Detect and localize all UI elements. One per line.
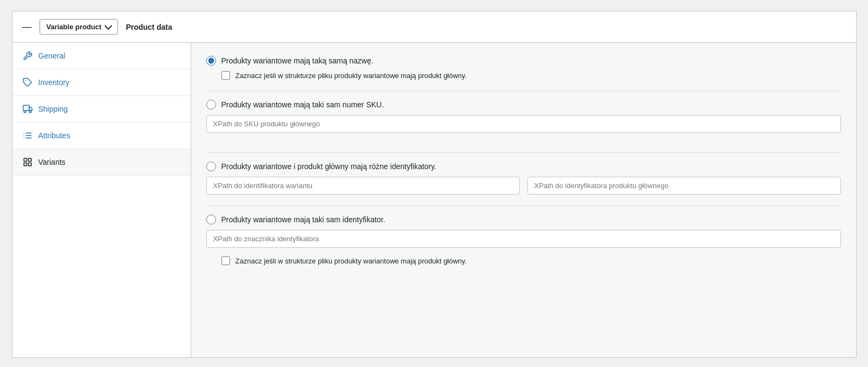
list-icon (22, 130, 33, 141)
checkbox-row-same-name: Zaznacz jeśli w strukturze pliku produkt… (221, 71, 841, 80)
chevron-down-icon (105, 22, 112, 29)
radio-row-same-sku: Produkty wariantowe mają taki sam numer … (206, 100, 841, 110)
sidebar-item-general[interactable]: General (12, 43, 191, 69)
radio-same-name[interactable] (206, 56, 216, 66)
input-sku-xpath[interactable] (206, 115, 841, 133)
svg-rect-13 (24, 163, 27, 166)
svg-rect-11 (28, 158, 31, 161)
input-id-marker-xpath[interactable] (206, 230, 841, 248)
input-variant-id-xpath[interactable] (206, 177, 520, 195)
section-same-sku: Produkty wariantowe mają taki sam numer … (206, 100, 841, 141)
divider-2 (206, 152, 841, 153)
divider-3 (206, 205, 841, 206)
svg-point-3 (29, 111, 31, 113)
product-data-panel: — Variable product Product data General (12, 11, 857, 358)
sidebar-inventory-label: Inventory (38, 78, 70, 87)
sidebar-item-variants[interactable]: Variants (12, 149, 191, 176)
input-row-diff-id (206, 177, 841, 195)
product-type-select[interactable]: Variable product (40, 19, 119, 35)
svg-point-2 (24, 111, 26, 113)
checkbox-row-same-id: Zaznacz jeśli w strukturze pliku produkt… (221, 256, 841, 265)
radio-diff-id-label: Produkty wariantowe i produkt główny maj… (221, 162, 436, 171)
input-parent-id-xpath[interactable] (527, 177, 841, 195)
radio-row-same-id: Produkty wariantowe mają taki sam identy… (206, 215, 841, 224)
section-diff-id: Produkty wariantowe i produkt główny maj… (206, 162, 841, 195)
panel-dash: — (22, 21, 32, 33)
sidebar: General Inventory (12, 43, 191, 357)
panel-body: General Inventory (12, 43, 856, 357)
sidebar-item-inventory[interactable]: Inventory (12, 69, 191, 96)
radio-diff-id[interactable] (206, 162, 216, 171)
radio-row-diff-id: Produkty wariantowe i produkt główny maj… (206, 162, 841, 171)
sidebar-variants-label: Variants (38, 158, 66, 166)
radio-same-sku[interactable] (206, 100, 216, 110)
svg-rect-10 (24, 158, 27, 161)
radio-row-same-name: Produkty wariantowe mają taką samą nazwę… (206, 56, 841, 66)
sidebar-attributes-label: Attributes (38, 131, 70, 140)
product-type-label: Variable product (47, 23, 102, 31)
panel-header: — Variable product Product data (12, 11, 856, 43)
sidebar-item-attributes[interactable]: Attributes (12, 123, 191, 149)
section-same-id: Produkty wariantowe mają taki sam identy… (206, 215, 841, 265)
radio-same-id[interactable] (206, 215, 216, 224)
wrench-icon (22, 50, 33, 61)
divider-1 (206, 91, 841, 91)
checkbox-same-id-label: Zaznacz jeśli w strukturze pliku produkt… (236, 257, 467, 265)
main-content: Produkty wariantowe mają taką samą nazwę… (191, 43, 856, 357)
grid-icon (22, 157, 33, 168)
tag-icon (22, 77, 33, 88)
section-same-name: Produkty wariantowe mają taką samą nazwę… (206, 56, 841, 80)
radio-same-id-label: Produkty wariantowe mają taki sam identy… (221, 215, 386, 224)
checkbox-same-name-label: Zaznacz jeśli w strukturze pliku produkt… (236, 72, 467, 80)
radio-same-sku-label: Produkty wariantowe mają taki sam numer … (221, 100, 384, 109)
radio-same-name-label: Produkty wariantowe mają taką samą nazwę… (221, 56, 374, 65)
sidebar-general-label: General (38, 51, 66, 60)
svg-rect-1 (23, 105, 29, 111)
truck-icon (22, 104, 33, 114)
checkbox-same-id[interactable] (221, 256, 230, 265)
sidebar-shipping-label: Shipping (38, 105, 68, 113)
svg-rect-12 (28, 163, 31, 166)
panel-title: Product data (126, 23, 172, 31)
checkbox-same-name[interactable] (221, 71, 230, 80)
sidebar-item-shipping[interactable]: Shipping (12, 96, 191, 123)
